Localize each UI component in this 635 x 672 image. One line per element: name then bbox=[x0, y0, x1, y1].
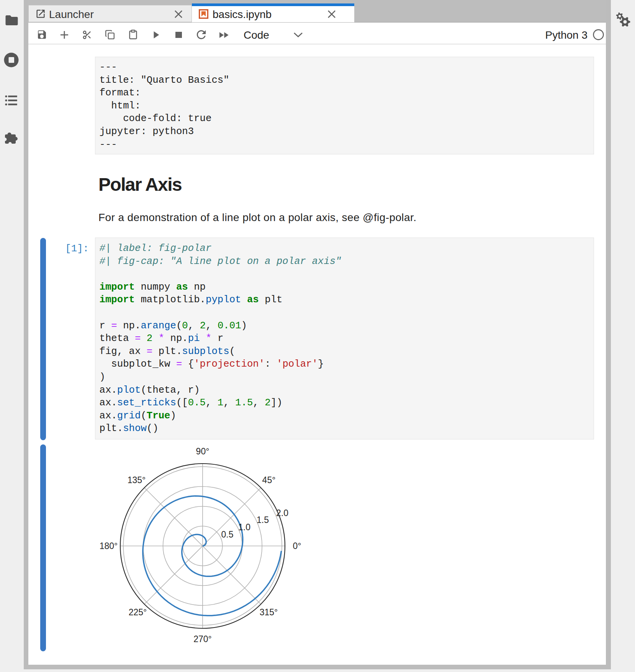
svg-text:135°: 135° bbox=[128, 475, 146, 485]
svg-text:2.0: 2.0 bbox=[276, 508, 288, 518]
svg-text:180°: 180° bbox=[100, 541, 118, 551]
svg-text:1.0: 1.0 bbox=[238, 522, 250, 532]
svg-text:225°: 225° bbox=[129, 607, 147, 617]
svg-text:1.5: 1.5 bbox=[257, 515, 269, 525]
svg-text:0°: 0° bbox=[293, 541, 301, 551]
svg-text:90°: 90° bbox=[196, 446, 209, 456]
svg-text:270°: 270° bbox=[193, 634, 212, 644]
svg-text:0.5: 0.5 bbox=[221, 529, 234, 539]
svg-text:315°: 315° bbox=[260, 607, 278, 617]
svg-text:45°: 45° bbox=[262, 475, 276, 485]
